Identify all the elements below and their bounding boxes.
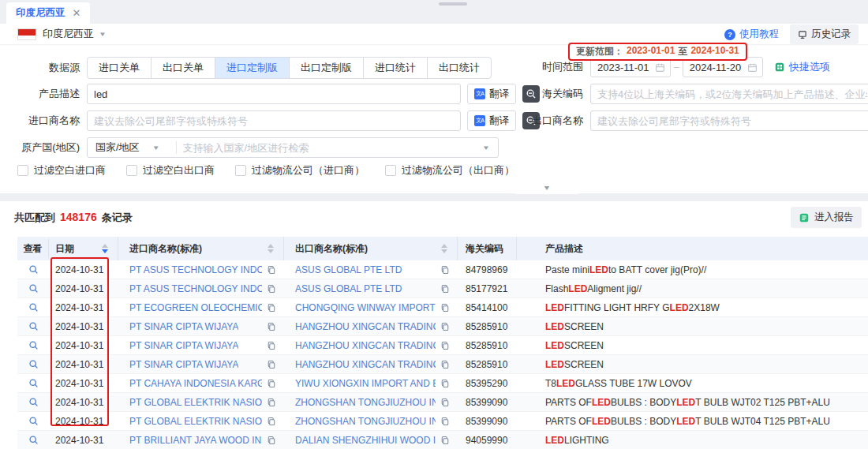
data-source-tab-2[interactable]: 进口定制版 bbox=[215, 57, 290, 79]
sort-icon[interactable] bbox=[102, 244, 108, 253]
importer-link[interactable]: PT GLOBAL ELEKTRIK NASIONAL bbox=[129, 397, 262, 408]
checkbox-icon[interactable] bbox=[17, 165, 28, 176]
tab-scrollbar[interactable] bbox=[439, 2, 467, 6]
copy-icon[interactable] bbox=[440, 379, 450, 388]
copy-icon[interactable] bbox=[267, 341, 276, 350]
exporter-input[interactable] bbox=[590, 110, 868, 131]
country-name: 印度尼西亚 bbox=[43, 27, 94, 41]
tab-indonesia[interactable]: 印度尼西亚 ✕ bbox=[6, 2, 90, 24]
importer-link[interactable]: PT SINAR CIPTA WIJAYA bbox=[129, 321, 238, 332]
sort-icon[interactable] bbox=[268, 244, 274, 253]
data-source-tab-3[interactable]: 出口定制版 bbox=[289, 57, 364, 79]
product-desc-cell: T8 LED GLASS TUBE 17W LOVOV bbox=[517, 374, 868, 393]
date-cell: 2024-10-31 bbox=[49, 279, 118, 298]
exporter-link[interactable]: HANGZHOU XINGCAN TRADING CO LTD bbox=[295, 340, 436, 351]
results-panel: 共匹配到 148176 条记录 进入报告 查看 日期 进口商名称(标准) 出口商… bbox=[0, 201, 868, 449]
header-importer[interactable]: 进口商名称(标准) bbox=[118, 237, 284, 260]
copy-icon[interactable] bbox=[440, 417, 450, 426]
copy-icon[interactable] bbox=[440, 322, 450, 331]
copy-icon[interactable] bbox=[440, 436, 450, 445]
view-record-button[interactable] bbox=[28, 378, 39, 388]
exporter-link[interactable]: ASUS GLOBAL PTE LTD bbox=[295, 264, 402, 275]
copy-icon[interactable] bbox=[440, 284, 450, 294]
copy-icon[interactable] bbox=[267, 417, 276, 426]
copy-icon[interactable] bbox=[267, 398, 276, 407]
filter-checkbox-1[interactable]: 过滤空白出口商 bbox=[126, 163, 215, 178]
product-desc-input[interactable] bbox=[87, 84, 461, 104]
exporter-link[interactable]: CHONGQING WINWAY IMPORT AND E... bbox=[295, 302, 436, 313]
collapse-panel-handle[interactable]: ▼ bbox=[509, 181, 585, 194]
importer-input[interactable] bbox=[87, 110, 461, 131]
exporter-link[interactable]: YIWU XIONGXIN IMPORT AND EXPORT... bbox=[295, 378, 436, 389]
checkbox-icon[interactable] bbox=[126, 165, 137, 176]
copy-icon[interactable] bbox=[440, 360, 450, 369]
filter-checkbox-2[interactable]: 过滤物流公司（进口商） bbox=[235, 163, 365, 178]
origin-search-input[interactable] bbox=[177, 138, 483, 157]
product-desc-cell: PARTS OF LED BULBS : BODY LED T BULB WJT… bbox=[517, 412, 868, 431]
chevron-down-icon: ▼ bbox=[152, 144, 160, 152]
importer-link[interactable]: PT GLOBAL ELEKTRIK NASIONAL bbox=[129, 416, 262, 427]
origin-select[interactable]: 国家/地区 ▼ bbox=[88, 140, 176, 155]
importer-link[interactable]: PT ASUS TECHNOLOGY INDONESIA BA... bbox=[129, 283, 262, 294]
copy-icon[interactable] bbox=[440, 398, 450, 407]
quick-options-button[interactable]: 快捷选项 bbox=[774, 60, 830, 74]
filter-checkbox-3[interactable]: 过滤物流公司（出口商） bbox=[385, 163, 514, 178]
history-button[interactable]: 历史记录 bbox=[790, 24, 859, 44]
view-record-button[interactable] bbox=[28, 340, 39, 350]
copy-icon[interactable] bbox=[440, 341, 450, 350]
copy-icon[interactable] bbox=[267, 303, 276, 312]
product-desc-label: 产品描述 bbox=[8, 87, 87, 101]
importer-link[interactable]: PT BRILLIANT JAYA WOOD INDUSTRY bbox=[129, 435, 262, 446]
header-exporter[interactable]: 出口商名称(标准) bbox=[284, 237, 458, 260]
close-icon[interactable]: ✕ bbox=[73, 7, 81, 19]
chevron-down-icon[interactable]: ▼ bbox=[482, 144, 490, 152]
chevron-down-icon[interactable]: ▼ bbox=[99, 31, 107, 38]
copy-icon[interactable] bbox=[267, 360, 276, 369]
exporter-link[interactable]: ZHONGSHAN TONGJIUZHOU INTERNA... bbox=[295, 416, 436, 427]
checkbox-icon[interactable] bbox=[235, 165, 246, 176]
tab-label: 印度尼西亚 bbox=[16, 6, 65, 20]
copy-icon[interactable] bbox=[267, 322, 276, 331]
exporter-link[interactable]: DALIAN SHENGZHIHUI WOOD INDUST... bbox=[295, 435, 436, 446]
view-record-button[interactable] bbox=[28, 321, 39, 331]
view-record-button[interactable] bbox=[28, 397, 39, 407]
importer-link[interactable]: PT SINAR CIPTA WIJAYA bbox=[129, 359, 238, 370]
data-source-tab-4[interactable]: 进口统计 bbox=[363, 57, 428, 79]
country-header: 印度尼西亚 ▼ ? 使用教程 历史记录 ★ bbox=[0, 24, 868, 45]
exporter-link[interactable]: HANGZHOU XINGCAN TRADING CO LTD bbox=[295, 321, 436, 332]
exporter-link[interactable]: ZHONGSHAN TONGJIUZHOU INTERNA... bbox=[295, 397, 436, 408]
copy-icon[interactable] bbox=[440, 303, 450, 312]
data-source-tab-0[interactable]: 进口关单 bbox=[87, 57, 152, 79]
importer-link[interactable]: PT ECOGREEN OLEOCHEMICALS bbox=[129, 302, 262, 313]
view-record-button[interactable] bbox=[28, 416, 39, 426]
hs-code-label: 海关编码 bbox=[502, 87, 590, 101]
copy-icon[interactable] bbox=[440, 265, 450, 275]
importer-link[interactable]: PT SINAR CIPTA WIJAYA bbox=[129, 340, 238, 351]
calendar-icon bbox=[747, 62, 758, 73]
header-view[interactable]: 查看 bbox=[17, 239, 49, 258]
header-date[interactable]: 日期 bbox=[49, 237, 118, 260]
exporter-link[interactable]: HANGZHOU XINGCAN TRADING CO LTD bbox=[295, 359, 436, 370]
view-record-button[interactable] bbox=[28, 283, 39, 294]
copy-icon[interactable] bbox=[267, 265, 276, 275]
view-record-button[interactable] bbox=[28, 264, 39, 275]
importer-label: 进口商名称 bbox=[8, 114, 87, 128]
hs-code-input[interactable] bbox=[590, 84, 868, 104]
data-source-tab-5[interactable]: 出口统计 bbox=[427, 57, 492, 79]
importer-link[interactable]: PT ASUS TECHNOLOGY INDONESIA BA... bbox=[129, 264, 262, 275]
copy-icon[interactable] bbox=[267, 379, 276, 388]
sort-icon[interactable] bbox=[441, 244, 447, 253]
table-header: 查看 日期 进口商名称(标准) 出口商名称(标准) 海关编码 产品描述 bbox=[17, 237, 868, 260]
importer-link[interactable]: PT CAHAYA INDONESIA KARGO bbox=[129, 378, 262, 389]
view-record-button[interactable] bbox=[28, 359, 39, 369]
view-record-button[interactable] bbox=[28, 435, 39, 445]
exporter-link[interactable]: ASUS GLOBAL PTE LTD bbox=[295, 283, 402, 294]
filter-checkbox-0[interactable]: 过滤空白进口商 bbox=[17, 163, 106, 178]
tutorial-button[interactable]: ? 使用教程 bbox=[724, 28, 779, 41]
view-record-button[interactable] bbox=[28, 302, 39, 312]
data-source-tab-1[interactable]: 出口关单 bbox=[151, 57, 215, 79]
enter-report-button[interactable]: 进入报告 bbox=[791, 207, 862, 228]
copy-icon[interactable] bbox=[267, 284, 276, 294]
copy-icon[interactable] bbox=[267, 436, 276, 445]
checkbox-icon[interactable] bbox=[385, 165, 396, 176]
